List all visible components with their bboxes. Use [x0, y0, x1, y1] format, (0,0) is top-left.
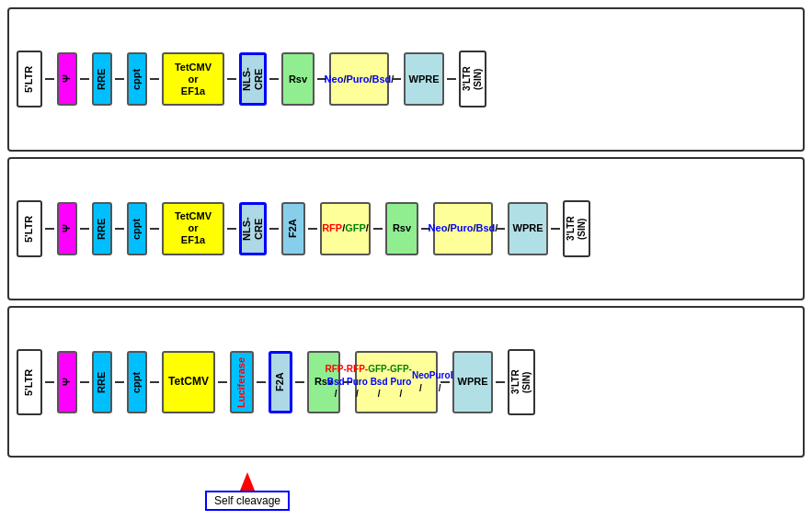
cppt-r3: cppt — [127, 351, 147, 413]
sel-r2: Neo / Puro / Bsd / — [433, 202, 493, 255]
5ltr-r2: 5'LTR — [17, 200, 42, 257]
conn9 — [447, 78, 456, 80]
conn15 — [269, 228, 279, 230]
conn3 — [115, 78, 124, 80]
rsv-r2: Rsv — [385, 202, 418, 255]
3ltr-r2: 3'LTR(SIN) — [563, 200, 590, 257]
main-container: 5'LTR Ψ RRE cppt TetCMVorEF1a NLS-CRE Rs… — [0, 0, 812, 520]
f2a-r3: F2A — [269, 351, 292, 413]
f2a-r2: F2A — [281, 202, 305, 255]
rre-r2: RRE — [92, 202, 112, 255]
conn22 — [80, 381, 89, 383]
tetcmv-r2: TetCMVorEF1a — [162, 202, 224, 255]
conn29 — [440, 381, 450, 383]
conn17 — [373, 228, 383, 230]
conn27 — [295, 381, 304, 383]
conn21 — [45, 381, 54, 383]
rsv-r1: Rsv — [281, 52, 315, 106]
conn19 — [496, 228, 505, 230]
conn14 — [227, 228, 236, 230]
conn10 — [45, 228, 54, 230]
3ltr-r3: 3'LTR(SIN) — [508, 349, 535, 415]
arrow-up-icon — [240, 472, 255, 491]
nlscre-r1: NLS-CRE — [239, 52, 267, 106]
conn6 — [269, 78, 279, 80]
conn11 — [80, 228, 89, 230]
conn12 — [115, 228, 124, 230]
conn5 — [227, 78, 236, 80]
sel-r1: Neo / Puro / Bsd / — [329, 52, 389, 106]
nlscre-r2: NLS-CRE — [239, 202, 267, 255]
self-cleavage-annotation: Self cleavage — [205, 472, 290, 511]
conn24 — [150, 381, 159, 383]
wpre-r2: WPRE — [508, 202, 548, 255]
tetcmv-r1: TetCMVorEF1a — [162, 52, 224, 106]
3ltr-r1: 3'LTR(SIN) — [459, 51, 486, 107]
rfpgfp-r2: RFP / GFP / — [320, 202, 371, 255]
psi-r1: Ψ — [57, 52, 77, 106]
rre-r3: RRE — [92, 351, 112, 413]
luciferase-r3: Luciferase — [230, 351, 254, 413]
conn13 — [150, 228, 159, 230]
row1-box: 5'LTR Ψ RRE cppt TetCMVorEF1a NLS-CRE Rs… — [7, 7, 805, 152]
sel-r3: RFP- Bsd / RFP- Puro / GFP- Bsd / GFP- P… — [355, 351, 438, 413]
conn26 — [257, 381, 266, 383]
rre-r1: RRE — [92, 52, 112, 106]
cppt-r2: cppt — [127, 202, 147, 255]
self-cleavage-label: Self cleavage — [205, 491, 290, 511]
conn4 — [150, 78, 159, 80]
conn1 — [45, 78, 54, 80]
conn23 — [115, 381, 124, 383]
wpre-r1: WPRE — [404, 52, 444, 106]
conn2 — [80, 78, 89, 80]
conn16 — [308, 228, 317, 230]
conn30 — [496, 381, 505, 383]
row2-box: 5'LTR Ψ RRE cppt TetCMVorEF1a NLS-CRE F2… — [7, 157, 805, 301]
wpre-r3: WPRE — [452, 351, 493, 413]
conn20 — [551, 228, 560, 230]
conn25 — [218, 381, 227, 383]
row3-box: 5'LTR Ψ RRE cppt TetCMV Luciferase F2A R… — [7, 306, 805, 458]
psi-r3: Ψ — [57, 351, 77, 413]
tetcmv-r3: TetCMV — [162, 351, 215, 413]
5ltr-r3: 5'LTR — [17, 349, 42, 415]
conn8 — [392, 78, 401, 80]
cppt-r1: cppt — [127, 52, 147, 106]
5ltr-r1: 5'LTR — [17, 51, 42, 107]
psi-r2: Ψ — [57, 202, 77, 255]
